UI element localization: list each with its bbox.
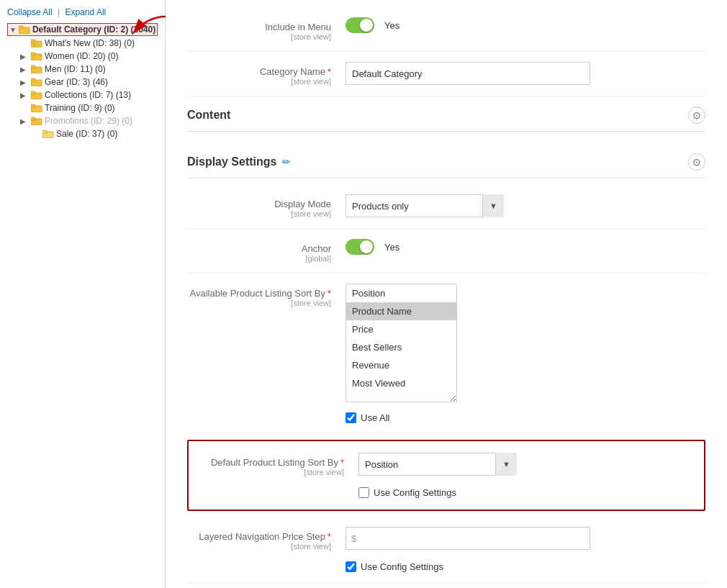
category-tree-sidebar: Collapse All | Expand All ▼ Default Cate…: [0, 0, 166, 588]
tree-controls: Collapse All | Expand All: [7, 7, 158, 17]
svg-rect-15: [31, 104, 35, 107]
display-settings-edit-icon[interactable]: ✏: [282, 156, 291, 168]
layered-nav-price-input[interactable]: [346, 527, 590, 550]
tree-item-label: Gear (ID: 3) (46): [45, 77, 108, 87]
tree-children: + What's New (ID: 38) (0) ▶: [7, 37, 158, 140]
tree-item-label: Training (ID: 9) (0): [45, 103, 115, 113]
tree-item-men[interactable]: ▶ Men (ID: 11) (0): [19, 63, 158, 75]
folder-icon: [31, 65, 42, 73]
main-content: Include in Menu [store view] Yes Categor…: [166, 0, 727, 588]
expand-icon: ▶: [20, 65, 29, 73]
list-item: ▼ Default Category (ID: 2) (2040): [7, 23, 158, 140]
list-item: Training (ID: 9) (0): [19, 102, 158, 114]
content-section-title: Content: [187, 109, 230, 122]
listbox-option-position: Position: [346, 284, 456, 302]
list-item: ▶ Women (ID: 20) (0): [19, 50, 158, 62]
tree-item-label: Default Category (ID: 2) (2040): [32, 24, 155, 35]
tree-item-label: What's New (ID: 38) (0): [45, 38, 135, 48]
tree-item-default-category[interactable]: ▼ Default Category (ID: 2) (2040): [7, 23, 158, 36]
anchor-label: Anchor [global]: [187, 239, 346, 263]
anchor-row: Anchor [global] Yes: [187, 229, 705, 273]
svg-rect-19: [42, 130, 47, 133]
use-config-settings-label: Use Config Settings: [374, 487, 456, 498]
layered-nav-input-wrapper: $: [346, 527, 590, 550]
default-listing-row: Default Product Listing Sort By* [store …: [200, 450, 692, 501]
layered-nav-control: $ Use Config Settings: [346, 527, 705, 572]
display-mode-row: Display Mode [store view] Products only …: [187, 184, 705, 229]
default-listing-highlight-box: Default Product Listing Sort By* [store …: [187, 440, 705, 511]
tree-item-collections[interactable]: ▶ Collections (ID: 7) (13): [19, 89, 158, 101]
folder-icon: [42, 130, 54, 138]
include-in-menu-row: Include in Menu [store view] Yes: [187, 7, 705, 52]
expand-icon: ▼: [9, 26, 17, 34]
collapse-all-link[interactable]: Collapse All: [7, 7, 53, 17]
tree-item-label: Men (ID: 11) (0): [45, 64, 106, 74]
tree-item-women[interactable]: ▶ Women (ID: 20) (0): [19, 50, 158, 62]
expand-icon: ▶: [20, 91, 29, 99]
svg-text:+: +: [33, 42, 36, 48]
use-all-row: Use All: [346, 412, 389, 423]
svg-rect-9: [31, 65, 35, 68]
layered-nav-use-config-label: Use Config Settings: [361, 561, 443, 572]
tree-item-label: Sale (ID: 37) (0): [56, 129, 117, 139]
include-in-menu-toggle[interactable]: [346, 17, 374, 33]
use-all-checkbox[interactable]: [346, 412, 356, 423]
available-listing-label: Available Product Listing Sort By* [stor…: [187, 284, 346, 307]
tree-item-label: Collections (ID: 7) (13): [45, 90, 131, 100]
listbox-option-price: Price: [346, 320, 456, 338]
anchor-control: Yes: [346, 239, 705, 255]
content-collapse-icon[interactable]: ⊙: [688, 107, 705, 124]
list-item: + What's New (ID: 38) (0): [19, 37, 158, 49]
folder-icon: [31, 104, 42, 112]
folder-icon: [19, 25, 30, 34]
tree-item-sale[interactable]: Sale (ID: 37) (0): [30, 128, 158, 140]
folder-icon: [31, 91, 42, 99]
layered-nav-label: Layered Navigation Price Step* [store vi…: [187, 527, 346, 551]
tree-item-whats-new[interactable]: + What's New (ID: 38) (0): [19, 37, 158, 49]
default-listing-select-wrapper: Position Product Name Price Best Sellers…: [358, 453, 517, 476]
list-item: ▶ Promotions (ID: 29) (0): [19, 115, 158, 127]
category-tree: ▼ Default Category (ID: 2) (2040): [7, 23, 158, 140]
anchor-toggle[interactable]: [346, 239, 374, 255]
list-item: ▶ Collections (ID: 7) (13): [19, 89, 158, 101]
listbox-option-product-name: Product Name: [346, 302, 456, 320]
display-mode-select-wrapper: Products only Static block only Static b…: [346, 194, 504, 217]
display-mode-select[interactable]: Products only Static block only Static b…: [346, 194, 504, 217]
listbox-option-revenue: Revenue: [346, 356, 456, 374]
svg-rect-1: [19, 26, 23, 29]
category-name-label: Category Name* [store view]: [187, 62, 346, 86]
tree-item-label: Promotions (ID: 29) (0): [45, 116, 132, 126]
list-item: Sale (ID: 37) (0): [19, 128, 158, 140]
listbox-option-best-sellers: Best Sellers: [346, 338, 456, 356]
available-listing-control: Position Product Name Price Best Sellers…: [346, 284, 705, 423]
include-in-menu-label: Include in Menu [store view]: [187, 17, 346, 41]
use-config-settings-checkbox[interactable]: [358, 487, 369, 498]
svg-rect-7: [31, 53, 35, 55]
tree-item-training[interactable]: Training (ID: 9) (0): [19, 102, 158, 114]
anchor-value: Yes: [384, 242, 399, 253]
folder-icon: [31, 78, 42, 86]
tree-item-gear[interactable]: ▶ Gear (ID: 3) (46): [19, 76, 158, 88]
layered-nav-use-config-checkbox[interactable]: [346, 561, 356, 572]
use-config-settings-row: Use Config Settings: [358, 487, 456, 498]
display-mode-label: Display Mode [store view]: [187, 194, 346, 218]
layered-nav-use-config-row: Use Config Settings: [346, 561, 443, 572]
list-item: ▶ Gear (ID: 3) (46): [19, 76, 158, 88]
layered-nav-row: Layered Navigation Price Step* [store vi…: [187, 517, 705, 583]
folder-icon: [31, 52, 42, 60]
display-mode-control: Products only Static block only Static b…: [346, 194, 705, 217]
display-settings-header: Display Settings ✏ ⊙: [187, 143, 705, 178]
default-listing-control: Position Product Name Price Best Sellers…: [358, 453, 692, 498]
include-in-menu-control: Yes: [346, 17, 705, 33]
tree-item-promotions[interactable]: ▶ Promotions (ID: 29) (0): [19, 115, 158, 127]
folder-icon: +: [31, 39, 42, 48]
content-section-header: Content ⊙: [187, 96, 705, 132]
available-listing-listbox[interactable]: Position Product Name Price Best Sellers…: [346, 284, 457, 402]
list-item: ▶ Men (ID: 11) (0): [19, 63, 158, 75]
default-listing-select[interactable]: Position Product Name Price Best Sellers…: [358, 453, 517, 476]
dollar-sign-icon: $: [351, 533, 356, 544]
category-name-input[interactable]: [346, 62, 590, 85]
display-settings-collapse-icon[interactable]: ⊙: [688, 153, 705, 171]
svg-rect-17: [31, 117, 35, 120]
expand-all-link[interactable]: Expand All: [66, 7, 107, 17]
